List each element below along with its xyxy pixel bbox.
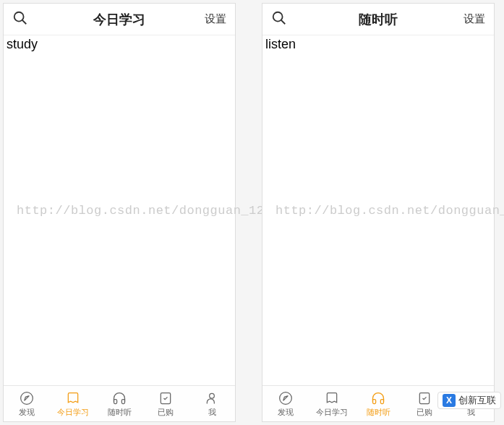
tab-study[interactable]: 今日学习 bbox=[50, 386, 96, 421]
svg-line-7 bbox=[281, 20, 286, 24]
svg-line-1 bbox=[22, 20, 27, 24]
headphones-icon bbox=[111, 390, 127, 406]
logo-text: 创新互联 bbox=[458, 394, 496, 407]
svg-point-5 bbox=[210, 393, 215, 398]
tab-label: 今日学习 bbox=[57, 407, 89, 418]
tab-label: 已购 bbox=[417, 407, 432, 418]
tab-study[interactable]: 今日学习 bbox=[309, 386, 355, 421]
tab-discover[interactable]: 发现 bbox=[262, 386, 309, 421]
header: 今日学习 设置 bbox=[4, 4, 235, 35]
page-title: 随时听 bbox=[359, 11, 398, 28]
watermark-text: http://blog.csdn.net/dongguan_123 bbox=[4, 204, 235, 218]
tab-label: 已购 bbox=[158, 407, 174, 418]
book-icon bbox=[65, 390, 81, 406]
tab-listen[interactable]: 随时听 bbox=[96, 386, 142, 421]
book-icon bbox=[324, 390, 340, 406]
settings-button[interactable]: 设置 bbox=[464, 12, 485, 26]
tab-me[interactable]: 我 bbox=[189, 386, 235, 421]
logo-badge-icon: X bbox=[443, 394, 456, 407]
tab-discover[interactable]: 发现 bbox=[4, 386, 50, 421]
compass-icon bbox=[278, 390, 294, 406]
check-icon bbox=[417, 390, 432, 406]
headphones-icon bbox=[370, 390, 386, 406]
content-text: study bbox=[7, 37, 232, 52]
tab-listen[interactable]: 随时听 bbox=[355, 386, 401, 421]
logo-overlay: X 创新互联 bbox=[437, 392, 501, 409]
content-area: study http://blog.csdn.net/dongguan_123 bbox=[4, 35, 235, 385]
tab-label: 随时听 bbox=[367, 407, 390, 418]
tab-label: 今日学习 bbox=[316, 407, 348, 418]
tab-label: 我 bbox=[208, 407, 216, 418]
content-text: listen bbox=[265, 37, 491, 52]
compass-icon bbox=[19, 390, 35, 406]
tab-bar: 发现 今日学习 随时听 已购 我 bbox=[4, 385, 235, 421]
watermark-text: http://blog.csdn.net/dongguan_123 bbox=[262, 204, 494, 218]
search-icon[interactable] bbox=[12, 10, 28, 29]
svg-marker-3 bbox=[25, 395, 30, 400]
tab-label: 发现 bbox=[19, 407, 35, 418]
tab-label: 随时听 bbox=[108, 407, 132, 418]
phone-screen-1: 今日学习 设置 study http://blog.csdn.net/dongg… bbox=[3, 3, 236, 422]
content-area: listen http://blog.csdn.net/dongguan_123 bbox=[262, 35, 494, 385]
svg-marker-9 bbox=[283, 395, 289, 400]
tab-purchased[interactable]: 已购 bbox=[142, 386, 189, 421]
header: 随时听 设置 bbox=[262, 4, 494, 35]
settings-button[interactable]: 设置 bbox=[205, 12, 226, 26]
phone-screen-2: 随时听 设置 listen http://blog.csdn.net/dongg… bbox=[262, 3, 495, 422]
svg-point-0 bbox=[14, 12, 24, 21]
page-title: 今日学习 bbox=[93, 11, 145, 28]
search-icon[interactable] bbox=[271, 10, 287, 29]
tab-label: 发现 bbox=[278, 407, 294, 418]
check-icon bbox=[158, 390, 174, 406]
user-icon bbox=[204, 390, 220, 406]
svg-point-6 bbox=[273, 12, 283, 21]
